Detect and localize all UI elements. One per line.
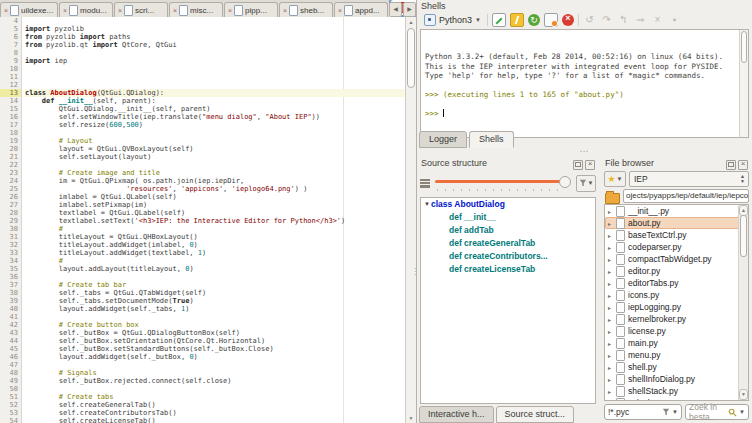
editor-tab[interactable]: ×misc... bbox=[169, 2, 223, 17]
scroll-down-icon[interactable]: ▼ bbox=[406, 413, 416, 423]
structure-filter-button[interactable]: ▼ bbox=[576, 175, 596, 192]
float-panel-icon[interactable] bbox=[573, 160, 583, 170]
debug-restart-icon[interactable]: ↺ bbox=[583, 14, 596, 26]
editor-tab[interactable]: ×pipp... bbox=[224, 2, 278, 17]
path-input[interactable]: ojects/pyapps/iep/default/iep/iepcore bbox=[623, 189, 749, 203]
toolbar-separator bbox=[487, 14, 488, 26]
editor-tab[interactable]: ×uildexe... bbox=[0, 2, 58, 17]
expand-arrow-icon[interactable]: ▸ bbox=[608, 340, 616, 347]
shell-selector[interactable]: Python3 ▼ bbox=[422, 13, 483, 27]
tab-scroll-left-icon[interactable]: ◀ bbox=[389, 2, 402, 17]
code-area[interactable]: import pyzolibfrom pyzolib import pathsf… bbox=[22, 17, 406, 423]
clear-screen-icon[interactable] bbox=[544, 13, 558, 27]
expand-arrow-icon[interactable]: ▸ bbox=[608, 280, 616, 287]
file-row[interactable]: ▸shellInfoDialog.py bbox=[605, 373, 748, 385]
expand-arrow-icon[interactable]: ▸ bbox=[608, 376, 616, 383]
tree-item[interactable]: ▼class AboutDialog bbox=[421, 198, 595, 211]
expand-arrow-icon[interactable]: ▸ bbox=[608, 208, 616, 215]
file-row[interactable]: ▸license.py bbox=[605, 325, 748, 337]
expand-arrow-icon[interactable]: ▸ bbox=[608, 316, 616, 323]
edit-shell-icon[interactable] bbox=[492, 13, 506, 27]
close-tab-icon[interactable]: × bbox=[338, 7, 342, 14]
file-row[interactable]: ▸menu.py bbox=[605, 349, 748, 361]
expand-arrow-icon[interactable]: ▸ bbox=[608, 232, 616, 239]
scroll-down-icon[interactable]: ▼ bbox=[739, 389, 748, 400]
editor-tab[interactable]: ×modu... bbox=[59, 2, 113, 17]
file-row[interactable]: ▸main.py bbox=[605, 337, 748, 349]
tree-item[interactable]: def createLicenseTab bbox=[421, 263, 595, 276]
tab-scroll-right-icon[interactable]: ▶ bbox=[403, 2, 416, 17]
filename-filter-input[interactable]: !*.pyc ▼ bbox=[604, 404, 682, 420]
shell-scrollbar-thumb[interactable] bbox=[741, 31, 747, 63]
debug-continue-icon[interactable]: ⇒ bbox=[634, 14, 647, 26]
close-tab-icon[interactable]: × bbox=[173, 7, 177, 14]
bookmarks-button[interactable]: ★ ▼ bbox=[604, 171, 626, 187]
file-list-scrollbar[interactable]: ▲ ▼ bbox=[738, 205, 748, 400]
shell-output[interactable]: Python 3.3.2+ (default, Feb 28 2014, 00:… bbox=[420, 29, 749, 138]
slider-handle[interactable] bbox=[559, 176, 571, 188]
search-in-files-input[interactable]: Zoek in besta... ▼ bbox=[685, 404, 749, 420]
tab-source-structure[interactable]: Source struct... bbox=[496, 406, 575, 423]
expand-arrow-icon[interactable]: ▸ bbox=[608, 292, 616, 299]
file-row[interactable]: ▸compactTabWidget.py bbox=[605, 253, 748, 265]
project-selector[interactable]: IEP ▲▼ bbox=[629, 171, 749, 187]
expand-arrow-icon[interactable]: ▸ bbox=[608, 220, 616, 227]
shell-scrollbar[interactable] bbox=[739, 30, 748, 137]
editor-vertical-scrollbar[interactable]: ▲ ▼ bbox=[405, 17, 416, 423]
horizontal-splitter-handle[interactable]: ⋯ bbox=[417, 149, 752, 157]
structure-depth-slider[interactable] bbox=[435, 175, 571, 191]
editor-scrollbar-thumb[interactable] bbox=[407, 28, 415, 88]
close-tab-icon[interactable]: × bbox=[283, 7, 287, 14]
file-row[interactable]: ▸editorTabs.py bbox=[605, 277, 748, 289]
expand-arrow-icon[interactable]: ▸ bbox=[608, 328, 616, 335]
close-panel-icon[interactable] bbox=[738, 160, 748, 170]
tab-shells[interactable]: Shells bbox=[469, 131, 514, 148]
tab-logger[interactable]: Logger bbox=[419, 131, 467, 148]
debug-stop-icon[interactable]: × bbox=[651, 14, 664, 26]
file-row[interactable]: ▸codeparser.py bbox=[605, 241, 748, 253]
file-row[interactable]: ▸icons.py bbox=[605, 289, 748, 301]
expand-arrow-icon[interactable]: ▸ bbox=[608, 400, 616, 402]
close-tab-icon[interactable]: × bbox=[4, 7, 8, 14]
editor-tab[interactable]: ×appd... bbox=[334, 2, 388, 17]
close-panel-icon[interactable] bbox=[585, 160, 595, 170]
file-row[interactable]: ▸iepLogging.py bbox=[605, 301, 748, 313]
collapse-icon[interactable]: ▼ bbox=[423, 198, 431, 211]
debug-step-out-icon[interactable]: ↰ bbox=[617, 14, 630, 26]
file-row[interactable]: ▸__init__.py bbox=[605, 205, 748, 217]
close-tab-icon[interactable]: × bbox=[228, 7, 232, 14]
scroll-up-icon[interactable]: ▲ bbox=[406, 17, 416, 27]
editor-tab[interactable]: ×scri... bbox=[114, 2, 168, 17]
file-row[interactable]: ▸about.py bbox=[605, 217, 748, 229]
interrupt-shell-icon[interactable] bbox=[510, 13, 524, 27]
restart-shell-icon[interactable] bbox=[528, 14, 540, 26]
expand-arrow-icon[interactable]: ▸ bbox=[608, 256, 616, 263]
close-tab-icon[interactable]: × bbox=[118, 7, 122, 14]
file-row[interactable]: ▸kernelbroker.py bbox=[605, 313, 748, 325]
tree-item[interactable]: def createContributors... bbox=[421, 250, 595, 263]
file-row[interactable]: ▸shell.py bbox=[605, 361, 748, 373]
expand-arrow-icon[interactable]: ▸ bbox=[608, 388, 616, 395]
expand-arrow-icon[interactable]: ▸ bbox=[608, 364, 616, 371]
file-row[interactable]: ▸editor.py bbox=[605, 265, 748, 277]
expand-arrow-icon[interactable]: ▸ bbox=[608, 268, 616, 275]
editor-tab[interactable]: ×sheb... bbox=[279, 2, 333, 17]
file-row[interactable]: ▸splash.py bbox=[605, 397, 748, 401]
close-tab-icon[interactable]: × bbox=[63, 7, 67, 14]
float-panel-icon[interactable] bbox=[726, 160, 736, 170]
terminate-shell-icon[interactable] bbox=[562, 14, 574, 26]
file-row[interactable]: ▸shellStack.py bbox=[605, 385, 748, 397]
folder-up-button[interactable] bbox=[604, 190, 620, 203]
file-row[interactable]: ▸baseTextCtrl.py bbox=[605, 229, 748, 241]
tab-interactive-help[interactable]: Interactive h... bbox=[419, 406, 494, 423]
file-list-scrollbar-thumb[interactable] bbox=[740, 215, 747, 257]
vertical-splitter-handle[interactable]: ⋮ bbox=[411, 270, 417, 274]
expand-arrow-icon[interactable]: ▸ bbox=[608, 304, 616, 311]
tree-item[interactable]: def __init__ bbox=[421, 211, 595, 224]
debug-pause-icon[interactable]: ▪ bbox=[668, 14, 681, 26]
expand-arrow-icon[interactable]: ▸ bbox=[608, 244, 616, 251]
tree-item[interactable]: def createGeneralTab bbox=[421, 237, 595, 250]
expand-arrow-icon[interactable]: ▸ bbox=[608, 352, 616, 359]
tree-item[interactable]: def addTab bbox=[421, 224, 595, 237]
debug-step-over-icon[interactable]: ↷ bbox=[600, 14, 613, 26]
